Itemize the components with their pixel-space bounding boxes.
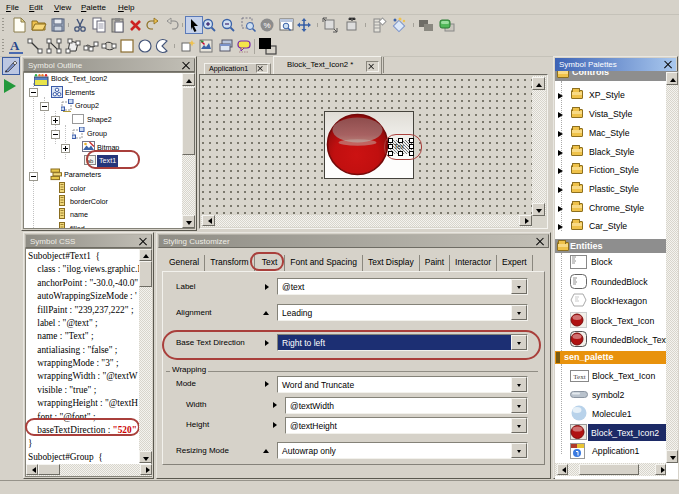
svg-text:%: %: [263, 21, 270, 30]
svg-text:Text: Text: [573, 373, 585, 381]
